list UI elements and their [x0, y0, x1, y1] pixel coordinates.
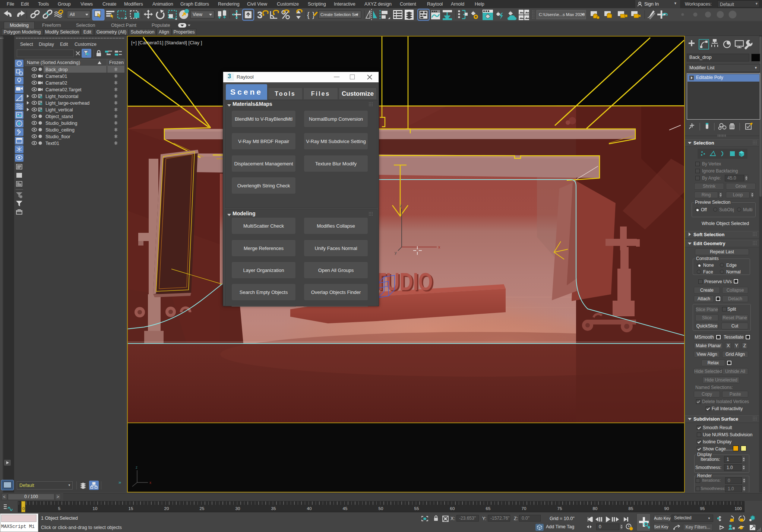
svg-text:Camera01: Camera01 — [45, 74, 67, 79]
svg-text:z: z — [400, 203, 402, 208]
svg-text:y: y — [395, 250, 397, 255]
svg-text:All: All — [70, 12, 75, 17]
svg-text:Camera02.Target: Camera02.Target — [45, 87, 82, 92]
svg-text:View: View — [193, 12, 202, 17]
svg-text:3: 3 — [257, 9, 262, 20]
svg-text:Light_large-overhead: Light_large-overhead — [45, 101, 89, 106]
svg-text:Studio_floor: Studio_floor — [45, 134, 70, 139]
svg-text:[+] [Camera01] [Standard] [Cla: [+] [Camera01] [Standard] [Clay ] — [131, 40, 202, 45]
svg-text:x: x — [149, 481, 151, 485]
svg-text:x: x — [438, 245, 440, 249]
svg-text:Text01: Text01 — [45, 141, 59, 146]
svg-text:Studio_building: Studio_building — [45, 121, 78, 126]
svg-text:Camera02: Camera02 — [45, 80, 67, 86]
svg-text:{: { — [307, 11, 310, 19]
svg-text:Light_horizontal: Light_horizontal — [45, 94, 78, 99]
svg-text:Light_vertical: Light_vertical — [45, 107, 73, 113]
svg-text:C:\Users\e...s Max 2020: C:\Users\e...s Max 2020 — [539, 12, 585, 17]
svg-text:Object_stand: Object_stand — [45, 114, 73, 119]
svg-text:Create Selection Set: Create Selection Set — [320, 12, 358, 17]
svg-text:Studio_ceiling: Studio_ceiling — [45, 127, 75, 133]
svg-text:Back_drop: Back_drop — [45, 67, 68, 72]
svg-text:z: z — [136, 465, 137, 469]
